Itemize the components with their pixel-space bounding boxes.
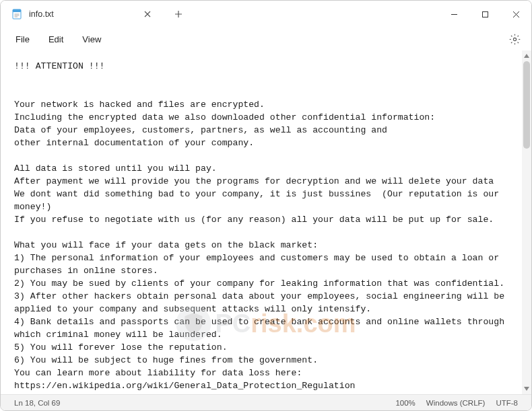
scroll-down-arrow[interactable] — [522, 383, 531, 394]
status-line-ending[interactable]: Windows (CRLF) — [421, 399, 491, 407]
menu-view[interactable]: View — [73, 30, 110, 48]
tab-active[interactable]: info.txt — [1, 1, 162, 28]
new-tab-button[interactable] — [166, 4, 191, 24]
vertical-scrollbar[interactable] — [522, 50, 531, 394]
status-encoding[interactable]: UTF-8 — [490, 399, 523, 407]
titlebar: info.txt — [1, 1, 531, 28]
content-area: !!! ATTENTION !!! Your network is hacked… — [1, 50, 531, 394]
scroll-up-arrow[interactable] — [522, 50, 531, 61]
window-controls — [438, 1, 531, 28]
statusbar: Ln 18, Col 69 100% Windows (CRLF) UTF-8 — [1, 394, 531, 410]
tab-title: info.txt — [29, 9, 134, 19]
svg-point-7 — [513, 38, 516, 40]
svg-rect-1 — [13, 9, 21, 12]
menu-file[interactable]: File — [6, 30, 39, 48]
close-window-button[interactable] — [500, 1, 531, 28]
scroll-thumb[interactable] — [523, 61, 530, 149]
menu-edit[interactable]: Edit — [39, 30, 73, 48]
menubar: File Edit View — [1, 28, 531, 50]
svg-rect-6 — [482, 11, 488, 17]
maximize-button[interactable] — [469, 1, 500, 28]
settings-button[interactable] — [503, 28, 526, 50]
status-cursor: Ln 18, Col 69 — [9, 399, 65, 407]
minimize-button[interactable] — [438, 1, 469, 28]
tab-close-button[interactable] — [141, 7, 154, 21]
status-zoom[interactable]: 100% — [390, 399, 420, 407]
text-content[interactable]: !!! ATTENTION !!! Your network is hacked… — [1, 50, 522, 394]
notepad-icon — [11, 9, 22, 20]
